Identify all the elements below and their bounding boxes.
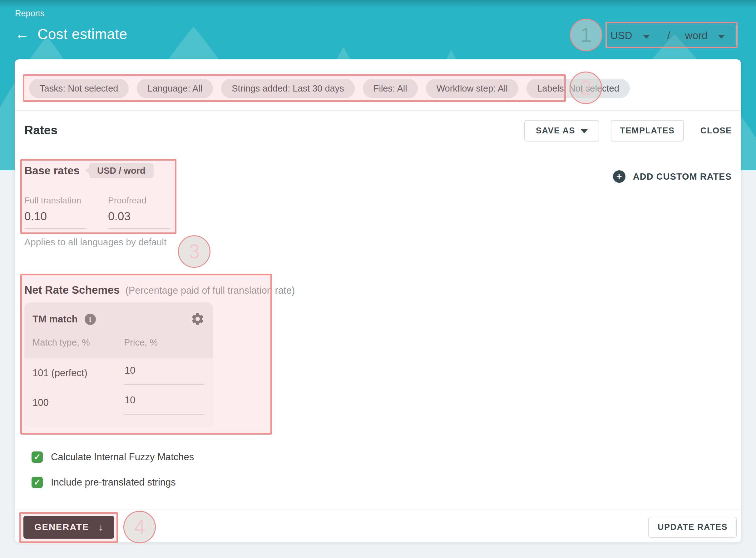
net-rate-schemes-header: Net Rate Schemes (Percentage paid of ful… xyxy=(24,284,295,296)
base-rates-note: Applies to all languages by default xyxy=(24,237,166,248)
update-rates-button[interactable]: UPDATE RATES xyxy=(648,517,737,538)
templates-button[interactable]: TEMPLATES xyxy=(611,120,684,142)
cost-estimate-page: Reports ← Cost estimate USD / word Tasks… xyxy=(0,0,756,558)
proofread-input[interactable] xyxy=(108,209,170,229)
tm-match-title-row: TM match i xyxy=(32,314,96,325)
proofread-label: Proofread xyxy=(108,196,170,206)
unit-value: word xyxy=(685,30,708,42)
base-rates-title: Base rates xyxy=(24,164,80,177)
close-button[interactable]: CLOSE xyxy=(700,120,732,142)
option-label: Include pre-translated strings xyxy=(51,477,176,488)
match-type-column-header: Match type, % xyxy=(32,337,90,348)
match-type-100: 100 xyxy=(32,397,49,408)
option-pre-translated-strings: Include pre-translated strings xyxy=(31,477,176,488)
proofread-field: Proofread xyxy=(108,196,170,229)
option-label: Calculate Internal Fuzzy Matches xyxy=(51,452,194,463)
checkbox-pre-translated-strings[interactable] xyxy=(31,477,43,488)
currency-value: USD xyxy=(611,30,632,42)
header-top-shade xyxy=(0,0,756,8)
tm-match-card-header xyxy=(24,302,213,358)
price-column-header: Price, % xyxy=(124,337,158,348)
filter-chip-tasks[interactable]: Tasks: Not selected xyxy=(29,79,129,98)
filter-chip-workflow-step[interactable]: Workflow step: All xyxy=(426,79,518,98)
currency-unit-picker: USD / word xyxy=(611,24,734,47)
currency-unit-badge: USD / word xyxy=(89,163,154,178)
back-arrow-icon[interactable]: ← xyxy=(15,27,29,41)
unit-select[interactable]: word xyxy=(685,30,725,42)
divider xyxy=(15,510,741,510)
filter-chips-row: Tasks: Not selected Language: All String… xyxy=(29,79,630,98)
chevron-down-icon xyxy=(643,35,650,39)
generate-label: GENERATE xyxy=(34,522,89,532)
filter-chip-language[interactable]: Language: All xyxy=(137,79,213,98)
breadcrumb[interactable]: Reports xyxy=(15,9,45,19)
page-title: Cost estimate xyxy=(37,26,127,43)
filter-chip-files[interactable]: Files: All xyxy=(363,79,418,98)
chevron-down-icon xyxy=(581,129,588,133)
update-rates-label: UPDATE RATES xyxy=(658,523,728,532)
net-rate-schemes-subtitle: (Percentage paid of full translation rat… xyxy=(125,285,295,296)
rates-section-title: Rates xyxy=(24,123,57,137)
price-input-101[interactable] xyxy=(124,365,204,385)
title-row: ← Cost estimate xyxy=(15,26,127,43)
checkbox-internal-fuzzy-matches[interactable] xyxy=(31,452,43,463)
save-as-label: SAVE AS xyxy=(536,126,575,135)
plus-icon: + xyxy=(613,170,625,183)
templates-label: TEMPLATES xyxy=(620,126,675,135)
full-translation-label: Full translation xyxy=(24,196,87,206)
save-as-button[interactable]: SAVE AS xyxy=(524,120,599,142)
download-arrow-icon: ↓ xyxy=(98,522,103,533)
currency-unit-separator: / xyxy=(667,30,670,42)
info-icon[interactable]: i xyxy=(85,314,96,325)
add-custom-rates-label: ADD CUSTOM RATES xyxy=(633,172,732,182)
generate-button[interactable]: GENERATE ↓ xyxy=(23,516,114,539)
net-rate-schemes-title: Net Rate Schemes xyxy=(24,284,119,296)
currency-select[interactable]: USD xyxy=(611,30,650,42)
report-card: Tasks: Not selected Language: All String… xyxy=(15,59,741,542)
match-type-101: 101 (perfect) xyxy=(32,367,87,379)
filter-chip-strings-added[interactable]: Strings added: Last 30 days xyxy=(221,79,355,98)
tm-match-title: TM match xyxy=(32,314,78,325)
full-translation-field: Full translation xyxy=(24,196,87,229)
price-input-100[interactable] xyxy=(124,395,204,414)
tm-match-card: TM match i Match type, % Price, % 101 (p… xyxy=(24,302,213,428)
chevron-down-icon xyxy=(718,35,725,39)
base-rates-fields: Full translation Proofread xyxy=(24,196,170,229)
add-custom-rates-button[interactable]: + ADD CUSTOM RATES xyxy=(613,170,732,183)
gear-icon[interactable] xyxy=(190,312,205,326)
full-translation-input[interactable] xyxy=(24,209,87,229)
base-rates-header: Base rates USD / word xyxy=(24,163,154,178)
option-internal-fuzzy-matches: Calculate Internal Fuzzy Matches xyxy=(31,452,194,463)
filter-chip-labels[interactable]: Labels: Not selected xyxy=(526,79,630,98)
